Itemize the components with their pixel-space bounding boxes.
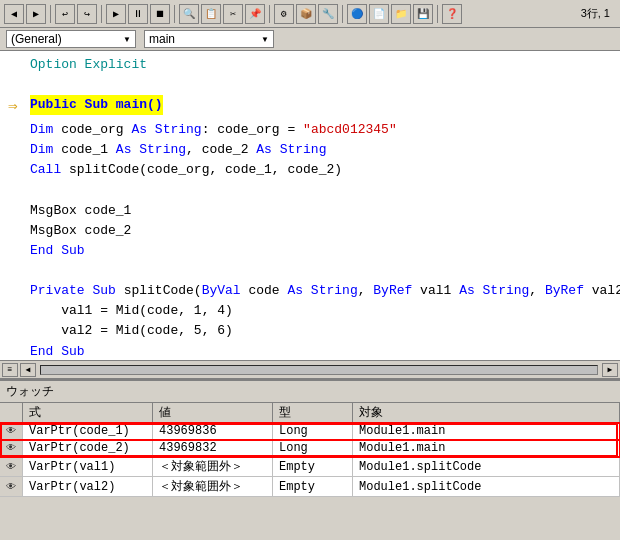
- watch-type-0: Long: [273, 423, 353, 440]
- empty-line-2: [8, 181, 612, 201]
- msgbox1-text: MsgBox code_1: [30, 201, 131, 221]
- watch-icon-1: 👁: [0, 440, 23, 457]
- col-value: 値: [153, 403, 273, 423]
- horizontal-scrollbar[interactable]: ≡ ◀ ▶: [0, 361, 620, 379]
- no-arrow-11: [8, 342, 30, 361]
- general-dropdown[interactable]: (General) ▼: [6, 30, 136, 48]
- watch-panel: 式 値 型 対象 👁VarPtr(code_1)43969836LongModu…: [0, 403, 620, 497]
- code-line-end-sub2: End Sub: [8, 342, 612, 361]
- toolbar-btn-6[interactable]: ⏸: [128, 4, 148, 24]
- toolbar-btn-14[interactable]: 🔧: [318, 4, 338, 24]
- toolbar-btn-19[interactable]: ❓: [442, 4, 462, 24]
- toolbar-btn-5[interactable]: ▶: [106, 4, 126, 24]
- private-kw: Private Sub: [30, 281, 124, 301]
- val2-text: val2 = Mid(code, 5, 6): [30, 321, 233, 341]
- code-line-val2: val2 = Mid(code, 5, 6): [8, 321, 612, 341]
- watch-type-2: Empty: [273, 457, 353, 477]
- watch-type-3: Empty: [273, 477, 353, 497]
- watch-expr-0: VarPtr(code_1): [23, 423, 153, 440]
- toolbar-btn-8[interactable]: 🔍: [179, 4, 199, 24]
- code-line-dim1: Dim code_org As String: code_org = "abcd…: [8, 120, 612, 140]
- watch-value-1: 43969832: [153, 440, 273, 457]
- toolbar-btn-18[interactable]: 💾: [413, 4, 433, 24]
- code-editor[interactable]: Option Explicit ⇒ Public Sub main() Dim …: [0, 51, 620, 361]
- dim2-var1: code_1: [61, 140, 116, 160]
- dim2-comma: , code_2: [186, 140, 256, 160]
- toolbar-sep-1: [50, 5, 51, 23]
- watch-table: 式 値 型 対象 👁VarPtr(code_1)43969836LongModu…: [0, 403, 620, 497]
- scroll-right-btn[interactable]: ▶: [602, 363, 618, 377]
- toolbar-btn-11[interactable]: 📌: [245, 4, 265, 24]
- code-param: code: [248, 281, 287, 301]
- general-bar: (General) ▼ main ▼: [0, 28, 620, 51]
- comma1: ,: [358, 281, 374, 301]
- watch-value-2: ＜対象範囲外＞: [153, 457, 273, 477]
- call-kw: Call: [30, 160, 69, 180]
- toolbar-btn-7[interactable]: ⏹: [150, 4, 170, 24]
- toolbar-sep-3: [174, 5, 175, 23]
- dim2-as1: As String: [116, 140, 186, 160]
- code-line-call: Call splitCode(code_org, code_1, code_2): [8, 160, 612, 180]
- dim2-as2: As String: [256, 140, 326, 160]
- code-line-end-sub1: End Sub: [8, 241, 612, 261]
- dropdown-arrow-left: ▼: [123, 35, 131, 44]
- as1: As String: [287, 281, 357, 301]
- watch-type-1: Long: [273, 440, 353, 457]
- public-sub-text: Public Sub main(): [30, 95, 163, 115]
- watch-target-3: Module1.splitCode: [353, 477, 620, 497]
- dim2-kw: Dim: [30, 140, 61, 160]
- dim1-kw: Dim: [30, 120, 61, 140]
- scroll-left-btn[interactable]: ≡: [2, 363, 18, 377]
- eye-icon-3: 👁: [6, 482, 16, 493]
- empty-line-1: [8, 75, 612, 95]
- toolbar-btn-10[interactable]: ✂: [223, 4, 243, 24]
- option-explicit-text: Option Explicit: [30, 55, 147, 75]
- arrow-marker: ⇒: [8, 95, 26, 120]
- byref2-kw: ByRef: [545, 281, 592, 301]
- code-line-public-sub: ⇒ Public Sub main(): [8, 95, 612, 120]
- no-arrow-1: [8, 55, 30, 75]
- watch-target-2: Module1.splitCode: [353, 457, 620, 477]
- split-name: splitCode(: [124, 281, 202, 301]
- toolbar-btn-4[interactable]: ↪: [77, 4, 97, 24]
- toolbar-btn-15[interactable]: 🔵: [347, 4, 367, 24]
- col-expr: 式: [23, 403, 153, 423]
- no-arrow-7: [8, 241, 30, 261]
- toolbar-btn-1[interactable]: ◀: [4, 4, 24, 24]
- main-dropdown[interactable]: main ▼: [144, 30, 274, 48]
- no-arrow-9: [8, 301, 30, 321]
- byref1-kw: ByRef: [373, 281, 420, 301]
- line-info: 3行, 1: [581, 6, 616, 21]
- code-line-msg2: MsgBox code_2: [8, 221, 612, 241]
- toolbar-btn-3[interactable]: ↩: [55, 4, 75, 24]
- main-label: main: [149, 32, 175, 46]
- toolbar-btn-12[interactable]: ⚙: [274, 4, 294, 24]
- as2: As String: [459, 281, 529, 301]
- watch-expr-3: VarPtr(val2): [23, 477, 153, 497]
- code-line-dim2: Dim code_1 As String, code_2 As String: [8, 140, 612, 160]
- watch-icon-2: 👁: [0, 457, 23, 477]
- toolbar-btn-16[interactable]: 📄: [369, 4, 389, 24]
- toolbar-sep-2: [101, 5, 102, 23]
- no-arrow-5: [8, 201, 30, 221]
- eye-icon-0: 👁: [6, 426, 16, 437]
- col-type: 型: [273, 403, 353, 423]
- watch-icon-3: 👁: [0, 477, 23, 497]
- toolbar-btn-9[interactable]: 📋: [201, 4, 221, 24]
- scroll-track[interactable]: [40, 365, 598, 375]
- scroll-up-btn[interactable]: ◀: [20, 363, 36, 377]
- watch-title: ウォッチ: [6, 384, 54, 398]
- val1-text: val1 = Mid(code, 1, 4): [30, 301, 233, 321]
- end-sub1-text: End Sub: [30, 241, 85, 261]
- watch-panel-header: ウォッチ: [0, 379, 620, 403]
- watch-header-row: 式 値 型 対象: [0, 403, 620, 423]
- toolbar-btn-2[interactable]: ▶: [26, 4, 46, 24]
- toolbar-btn-17[interactable]: 📁: [391, 4, 411, 24]
- eye-icon-2: 👁: [6, 462, 16, 473]
- toolbar-btn-13[interactable]: 📦: [296, 4, 316, 24]
- watch-target-0: Module1.main: [353, 423, 620, 440]
- watch-row-3: 👁VarPtr(val2)＜対象範囲外＞EmptyModule1.splitCo…: [0, 477, 620, 497]
- toolbar-sep-6: [437, 5, 438, 23]
- dim1-str: "abcd012345": [303, 120, 397, 140]
- no-arrow-6: [8, 221, 30, 241]
